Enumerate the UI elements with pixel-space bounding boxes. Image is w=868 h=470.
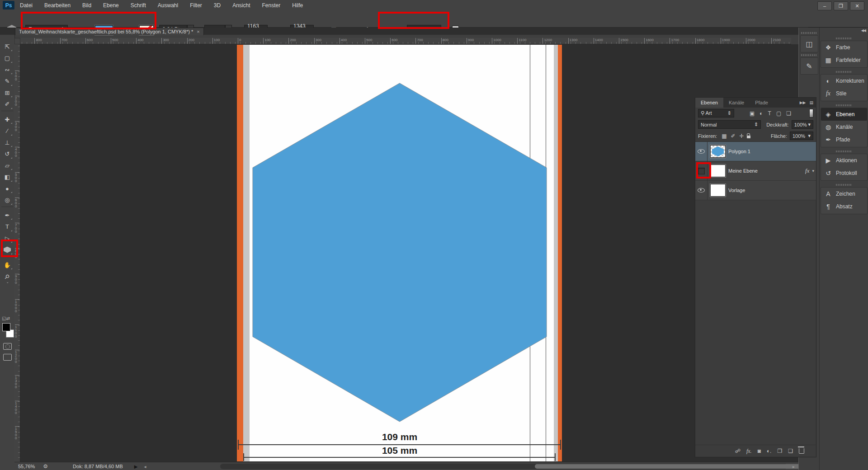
brush-presets-panel-icon[interactable]: ✎ (800, 57, 818, 75)
layer-row-vorlage[interactable]: Vorlage (695, 181, 816, 200)
menu-fenster[interactable]: Fenster (262, 2, 281, 9)
dock-drag-handle[interactable] (836, 150, 852, 152)
dock-drag-handle[interactable] (801, 54, 817, 56)
layer-visibility-cell[interactable] (695, 161, 708, 180)
lock-all-icon[interactable] (747, 136, 750, 138)
status-play-icon[interactable]: ▶ (134, 464, 138, 469)
minimize-button[interactable]: – (817, 1, 832, 10)
layer-mask-icon[interactable]: ◙ (758, 448, 761, 454)
path-selection-tool[interactable]: ▷ (2, 233, 13, 243)
dock-item-adjustments-panel[interactable]: ◐Korrekturen (821, 75, 867, 87)
layer-style-icon[interactable]: fx. (746, 448, 752, 455)
dock-item-layers-panel-button[interactable]: ◈Ebenen (821, 108, 867, 121)
paint-bucket-tool[interactable]: ◧ (2, 172, 13, 182)
collapse-dock-icon[interactable]: ◀◀ (861, 28, 866, 33)
dock-item-character-panel[interactable]: AZeichen (821, 188, 867, 200)
close-button[interactable]: ✕ (850, 1, 864, 10)
menu-filter[interactable]: Filter (190, 2, 202, 9)
shape-tool[interactable] (2, 245, 13, 255)
swap-colors-icon[interactable]: ◱⇄ (2, 316, 10, 321)
smart-object-filter-icon[interactable]: ❏ (786, 110, 791, 117)
dock-drag-handle[interactable] (801, 32, 817, 34)
quick-selection-tool[interactable]: ✎ (2, 76, 13, 86)
document-close-icon[interactable]: × (197, 29, 199, 34)
eyedropper-tool[interactable]: ✐ (2, 99, 13, 109)
pen-tool[interactable]: ✒ (2, 210, 13, 220)
dock-item-paths-panel[interactable]: ✒Pfade (821, 133, 867, 146)
fx-expand-caret-icon[interactable]: ▾ (812, 169, 814, 173)
lock-pixels-icon[interactable]: ✐ (731, 133, 736, 139)
ruler-origin-corner[interactable] (14, 38, 20, 44)
eye-icon[interactable] (698, 149, 705, 154)
eraser-tool[interactable]: ▱ (2, 160, 13, 170)
canvas-viewport[interactable]: 109 mm 105 mm (20, 44, 798, 462)
move-tool[interactable]: ⇱ (2, 42, 13, 52)
polygon-shape[interactable] (237, 45, 562, 461)
scroll-right-arrow-icon[interactable]: ▸ (793, 464, 795, 469)
layer-fx-badge[interactable]: fx (805, 167, 809, 174)
dodge-tool[interactable]: ◎ (2, 195, 13, 205)
horizontal-scrollbar[interactable] (220, 464, 788, 469)
link-layers-icon[interactable]: ☍ (735, 448, 741, 454)
menu-auswahl[interactable]: Auswahl (158, 2, 178, 9)
menu-schrift[interactable]: Schrift (131, 2, 146, 9)
dock-item-swatches-panel[interactable]: ▦Farbfelder (821, 54, 867, 66)
dock-drag-handle[interactable] (836, 38, 852, 39)
hand-tool[interactable]: ✋ (2, 260, 13, 270)
lock-position-icon[interactable]: ✛ (740, 133, 744, 139)
panel-expand-icon[interactable]: ▶▶ (800, 100, 806, 105)
zoom-level-field[interactable]: 55,76% (18, 464, 35, 469)
clone-stamp-tool[interactable]: ⊥ (2, 137, 13, 147)
menu-bearbeiten[interactable]: Bearbeiten (44, 2, 71, 9)
new-group-icon[interactable]: ❐ (777, 448, 782, 454)
restore-button[interactable]: ❐ (834, 1, 848, 10)
dock-item-channels-panel[interactable]: ◍Kanäle (821, 121, 867, 133)
shape-layer-filter-icon[interactable]: ▢ (776, 110, 781, 117)
panel-menu-icon[interactable]: ▤ (809, 100, 813, 105)
eye-checkbox-empty[interactable] (698, 168, 705, 174)
tab-pfade[interactable]: Pfade (750, 98, 774, 108)
lock-transparency-icon[interactable]: ▦ (722, 133, 726, 139)
delete-layer-icon[interactable] (799, 448, 804, 454)
scroll-left-arrow-icon[interactable]: ◂ (144, 464, 146, 469)
menu-bild[interactable]: Bild (82, 2, 91, 9)
adjustment-layer-icon[interactable]: ◐. (767, 448, 772, 454)
dock-item-styles-panel[interactable]: fxStile (821, 87, 867, 100)
tab-ebenen[interactable]: Ebenen (695, 98, 723, 108)
layer-fill-field[interactable]: 100%▾ (790, 132, 813, 140)
foreground-color-swatch[interactable] (2, 323, 10, 331)
opacity-field[interactable]: 100%▾ (792, 120, 813, 129)
type-tool[interactable]: T (2, 222, 13, 232)
layer-thumbnail[interactable] (710, 184, 726, 197)
dock-item-paragraph-panel[interactable]: ¶Absatz (821, 200, 867, 213)
tab-kanäle[interactable]: Kanäle (723, 98, 750, 108)
menu-ansicht[interactable]: Ansicht (232, 2, 250, 9)
zoom-tool[interactable]: ⚲ (0, 269, 14, 284)
layer-visibility-cell[interactable] (695, 142, 708, 161)
dock-item-color-panel[interactable]: ❖Farbe (821, 41, 867, 54)
pixel-layer-filter-icon[interactable]: ▣ (750, 110, 755, 117)
document-tab[interactable]: Tutorial_Weihnachtskarte_geschaeftlich.p… (15, 28, 204, 35)
layer-thumbnail[interactable] (710, 164, 726, 177)
dock-item-history-panel[interactable]: ↺Protokoll (821, 167, 867, 179)
blur-tool[interactable]: ● (2, 183, 13, 193)
brush-tool[interactable]: ∕ (2, 126, 13, 136)
adjustment-layer-filter-icon[interactable]: ◐ (760, 110, 763, 117)
vertical-ruler[interactable]: 1 0 02 0 03 0 04 0 05 0 06 0 07 0 08 0 0… (14, 44, 20, 462)
dock-drag-handle[interactable] (836, 71, 852, 73)
menu-3d[interactable]: 3D (214, 2, 221, 9)
eye-icon[interactable] (698, 188, 705, 193)
filter-toggle-switch[interactable] (809, 109, 813, 118)
menu-ebene[interactable]: Ebene (103, 2, 119, 9)
layer-row-meine-ebene[interactable]: Meine Ebenefx▾ (695, 161, 816, 181)
lasso-tool[interactable]: ∾ (2, 65, 13, 75)
menu-hilfe[interactable]: Hilfe (292, 2, 303, 9)
quick-mask-icon[interactable] (3, 343, 12, 350)
properties-panel-icon[interactable]: ◫ (800, 35, 818, 52)
healing-brush-tool[interactable]: ✚ (2, 114, 13, 124)
menu-datei[interactable]: Datei (20, 2, 33, 9)
marquee-tool[interactable]: ▢ (2, 53, 13, 63)
status-options-icon[interactable]: ⚙ (43, 463, 48, 470)
history-brush-tool[interactable]: ↺ (2, 149, 13, 159)
layer-thumbnail[interactable] (710, 145, 726, 158)
